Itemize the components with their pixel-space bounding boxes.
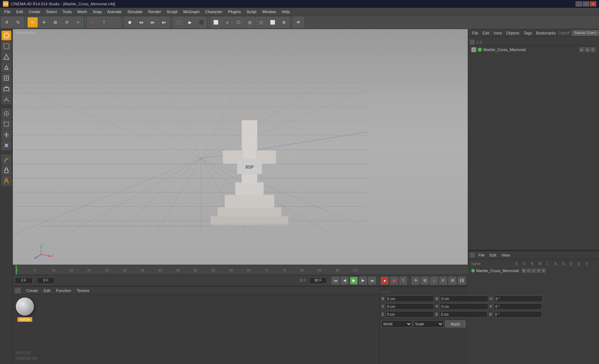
attr-menu-file[interactable]: File: [477, 252, 486, 258]
y-axis-button[interactable]: Y: [99, 17, 109, 28]
menu-tools[interactable]: Tools: [60, 9, 75, 15]
nurbs-button[interactable]: ⌾: [222, 17, 232, 28]
coord-system-select[interactable]: World Object: [381, 320, 412, 327]
rt-menu-objects[interactable]: Objects: [505, 30, 521, 36]
object-row-marble-cross[interactable]: Marble_Cross_Memorial ● ◎ ✎: [470, 46, 597, 53]
attr-menu-view[interactable]: View: [500, 252, 511, 258]
deformer-button[interactable]: ⬡: [233, 17, 244, 28]
apply-button[interactable]: Apply: [445, 320, 466, 327]
render-all-button[interactable]: ⬛: [196, 17, 207, 28]
timeline-ruler[interactable]: 0 5 10 15 20 25 30 35 40 45 50 55 60 65 …: [16, 265, 468, 275]
end-frame-input[interactable]: [309, 277, 327, 284]
menu-script[interactable]: Script: [244, 9, 259, 15]
tool-model[interactable]: [1, 31, 11, 40]
menu-sculpt[interactable]: Sculpt: [164, 9, 181, 15]
stop-button[interactable]: ⏹: [390, 277, 398, 285]
tool-live-selection[interactable]: [1, 109, 11, 118]
mat-menu-function[interactable]: Function: [55, 288, 72, 293]
render-active-button[interactable]: ▶: [185, 17, 195, 28]
light-button[interactable]: ◎: [244, 17, 255, 28]
anim-settings-button[interactable]: ?: [399, 277, 407, 285]
obj-render-btn[interactable]: ◎: [585, 47, 590, 52]
record-button[interactable]: ●: [381, 277, 389, 285]
floor-button[interactable]: ⬜: [267, 17, 278, 28]
step-forward-button[interactable]: ▶: [359, 277, 367, 285]
menu-window[interactable]: Window: [259, 9, 279, 15]
go-end-button[interactable]: ⏭: [368, 277, 376, 285]
minimize-button[interactable]: _: [576, 1, 582, 6]
maximize-button[interactable]: □: [583, 1, 589, 6]
z-axis-button[interactable]: Z: [110, 17, 121, 28]
tool-edges[interactable]: [1, 52, 11, 62]
rt-menu-edit[interactable]: Edit: [481, 30, 491, 36]
redo-button[interactable]: ↻: [13, 17, 23, 28]
scene-btn2[interactable]: ⊛: [279, 17, 289, 28]
menu-create[interactable]: Create: [26, 9, 43, 15]
marble-material-item[interactable]: marble: [16, 297, 34, 326]
menu-help[interactable]: Help: [279, 9, 293, 15]
menu-animate[interactable]: Animate: [105, 9, 125, 15]
menu-render[interactable]: Render: [145, 9, 164, 15]
key-circle-button[interactable]: ○: [430, 277, 438, 285]
undo-button[interactable]: ↺: [1, 17, 12, 28]
play-button[interactable]: ▶: [350, 277, 358, 285]
step-back-button[interactable]: ◀: [341, 277, 348, 285]
camera-button[interactable]: ◻: [256, 17, 266, 28]
rotate-tool-button[interactable]: ↺: [61, 17, 72, 28]
coord-y-pos[interactable]: [385, 303, 434, 310]
rt-menu-file[interactable]: File: [471, 30, 480, 36]
move-tool-button[interactable]: ✛: [39, 17, 49, 28]
attr-row-marble-cross[interactable]: Marble_Cross_Memorial ⊞ ◻ — ↺ ✕: [470, 268, 597, 274]
key-button[interactable]: ✛: [412, 277, 419, 285]
menu-mesh[interactable]: Mesh: [75, 9, 90, 15]
menu-simulate[interactable]: Simulate: [125, 9, 145, 15]
mat-menu-create[interactable]: Create: [25, 288, 39, 293]
mat-menu-edit[interactable]: Edit: [42, 288, 52, 293]
anim-play-button[interactable]: ⏭: [147, 17, 158, 28]
add-object-button[interactable]: +: [73, 17, 83, 28]
scale-tool-button[interactable]: ⊞: [50, 17, 61, 28]
tool-rectangle-selection[interactable]: [1, 119, 11, 129]
rt-menu-view[interactable]: View: [492, 30, 504, 36]
select-tool-button[interactable]: ↖: [27, 17, 38, 28]
key-all-button[interactable]: ⊞: [421, 277, 429, 285]
go-start-button[interactable]: ⏮: [331, 277, 339, 285]
transform-mode-select[interactable]: Scale Rotate Move: [413, 320, 444, 327]
tool-workplane[interactable]: [1, 94, 11, 104]
coord-z-pos[interactable]: [385, 311, 434, 318]
rt-menu-bookmarks[interactable]: Bookmarks: [535, 30, 557, 36]
display-button[interactable]: 👁: [293, 17, 304, 28]
attr-menu-edit[interactable]: Edit: [488, 252, 498, 258]
x-axis-button[interactable]: ✕: [87, 17, 98, 28]
tool-scale[interactable]: [1, 140, 11, 150]
obj-vis-btn[interactable]: ●: [579, 47, 584, 52]
tool-character[interactable]: [1, 176, 11, 186]
tool-texture[interactable]: [1, 84, 11, 94]
tool-move[interactable]: [1, 130, 11, 140]
coord-x-pos[interactable]: [385, 296, 434, 302]
menu-snap[interactable]: Snap: [90, 9, 105, 15]
obj-editor-btn[interactable]: ✎: [590, 47, 595, 52]
viewport[interactable]: View Cameras Display Options Filter Pane…: [13, 29, 468, 265]
anim-prev-button[interactable]: ⏮: [136, 17, 147, 28]
key-grid-button[interactable]: ⊞: [449, 277, 456, 285]
current-frame-input[interactable]: [15, 277, 33, 284]
tool-bend[interactable]: [1, 155, 11, 165]
menu-file[interactable]: File: [1, 9, 13, 15]
tool-object-axis[interactable]: [1, 73, 11, 83]
tool-polygons[interactable]: [1, 62, 11, 72]
menu-plugins[interactable]: Plugins: [225, 9, 244, 15]
mat-menu-texture[interactable]: Texture: [75, 288, 91, 293]
close-button[interactable]: ✕: [590, 1, 596, 6]
tool-points[interactable]: [1, 41, 11, 51]
timeline[interactable]: 0 5 10 15 20 25 30 35 40 45 50 55 60 65 …: [13, 265, 468, 275]
key-film-button[interactable]: 🎞: [458, 277, 466, 285]
rt-menu-tags[interactable]: Tags: [522, 30, 533, 36]
menu-edit[interactable]: Edit: [13, 9, 26, 15]
anim-record-button[interactable]: ⏺: [125, 17, 135, 28]
menu-character[interactable]: Character: [202, 9, 225, 15]
key-p-button[interactable]: P: [439, 277, 447, 285]
fps-input-left[interactable]: [37, 277, 55, 284]
cube-button[interactable]: ⬜: [210, 17, 221, 28]
layout-select[interactable]: Startup (User): [572, 30, 599, 36]
